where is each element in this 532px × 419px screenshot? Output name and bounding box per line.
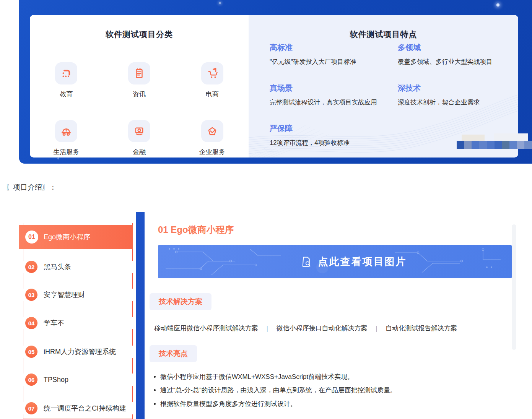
item-number-badge: 06 bbox=[25, 374, 37, 386]
category-ecommerce: 电商 bbox=[176, 42, 249, 100]
solution-item: 自动化测试报告解决方案 bbox=[386, 325, 457, 332]
sidebar-item-ego-miniprogram[interactable]: 01 Ego微商小程序 bbox=[19, 225, 133, 249]
money-icon bbox=[128, 120, 150, 142]
page: 软件测试项目分类 bbox=[0, 0, 532, 419]
item-number-badge: 03 bbox=[25, 289, 37, 301]
category-news: 资讯 bbox=[103, 42, 176, 100]
solution-item: 移动端应用微信小程序测试解决方案 bbox=[154, 325, 258, 332]
solution-list: 移动端应用微信小程序测试解决方案｜微信小程序接口自动化解决方案｜自动化测试报告解… bbox=[154, 324, 457, 333]
item-number-badge: 05 bbox=[25, 346, 37, 358]
cart-icon bbox=[201, 62, 223, 84]
doc-search-icon bbox=[300, 255, 313, 268]
feature-heading: 真场景 bbox=[270, 83, 398, 93]
item-number-badge: 01 bbox=[25, 231, 38, 244]
feature-desc: 12项评审流程，4项验收标准 bbox=[270, 139, 398, 147]
classification-card: 软件测试项目分类 bbox=[30, 15, 249, 158]
sidebar-item-label: iHRM人力资源管理系统 bbox=[44, 347, 116, 356]
sidebar-item-label: 统一调度平台之CI持续构建 bbox=[44, 404, 126, 413]
category-label: 生活服务 bbox=[53, 148, 79, 156]
feature-desc: 完整测试流程设计，真实项目实战应用 bbox=[270, 98, 398, 107]
sidebar-item-label: Ego微商小程序 bbox=[44, 232, 90, 242]
blue-divider-bar bbox=[136, 212, 145, 419]
sidebar-item-heima-toutiao[interactable]: 02 黑马头条 bbox=[23, 261, 133, 273]
hero-cards: 软件测试项目分类 bbox=[30, 15, 518, 158]
sidebar-item-tpshop[interactable]: 06 TPShop bbox=[23, 374, 133, 386]
view-project-images-button[interactable]: 点此查看项目图片 bbox=[158, 245, 512, 278]
scrollbar-thumb[interactable] bbox=[512, 224, 516, 350]
handshake-icon bbox=[201, 120, 223, 142]
item-number-badge: 04 bbox=[25, 317, 37, 329]
category-label: 教育 bbox=[60, 90, 73, 99]
category-finance: 金融 bbox=[103, 100, 176, 158]
highlight-item: 根据软件质量模型多角度多方位进行测试设计。 bbox=[160, 400, 397, 408]
highlight-list: 微信小程序应用基于微信WXML+WXSS+JavaScript前端技术实现。 通… bbox=[153, 373, 397, 413]
sidebar-item-ihrm[interactable]: 05 iHRM人力资源管理系统 bbox=[23, 346, 133, 358]
education-icon bbox=[55, 62, 77, 84]
feature-desc: "亿元级"研发投入大厂项目标准 bbox=[270, 58, 398, 66]
classification-title: 软件测试项目分类 bbox=[30, 15, 249, 40]
feature-item: 多领域 覆盖多领域、多行业大型实战项目 bbox=[398, 42, 503, 66]
features-grid: 高标准 "亿元级"研发投入大厂项目标准 多领域 覆盖多领域、多行业大型实战项目 … bbox=[270, 42, 503, 147]
sidebar-item-label: TPShop bbox=[44, 376, 68, 384]
item-number-badge: 02 bbox=[25, 261, 37, 273]
sidebar-item-anxiang-licai[interactable]: 03 安享智慧理财 bbox=[23, 289, 133, 301]
features-title: 软件测试项目特点 bbox=[249, 15, 518, 40]
feature-item: 深技术 深度技术剖析，契合企业需求 bbox=[398, 83, 503, 107]
mosaic-watermark bbox=[462, 135, 485, 141]
mosaic-watermark bbox=[494, 133, 528, 141]
feature-heading: 多领域 bbox=[398, 42, 503, 53]
sidebar-item-label: 学车不 bbox=[44, 318, 64, 328]
feature-heading: 严保障 bbox=[270, 123, 398, 134]
highlight-section-chip: 技术亮点 bbox=[150, 345, 197, 362]
sparkle-dot-icon bbox=[219, 2, 221, 4]
sidebar-item-label: 安享智慧理财 bbox=[44, 290, 85, 299]
feature-item: 严保障 12项评审流程，4项验收标准 bbox=[270, 123, 398, 147]
category-label: 资讯 bbox=[133, 90, 146, 99]
sidebar-item-ci-platform[interactable]: 07 统一调度平台之CI持续构建 bbox=[23, 402, 133, 414]
category-life-services: 生活服务 bbox=[30, 100, 103, 158]
category-enterprise-services: 企业服务 bbox=[176, 100, 249, 158]
project-detail-title: 01 Ego微商小程序 bbox=[158, 224, 234, 236]
hero-banner: 软件测试项目分类 bbox=[19, 0, 532, 164]
separator: ｜ bbox=[374, 325, 380, 331]
highlight-item: 通过“总-分-总”的设计思路，由浅入深，由单点到系统，在产品层面把控测试质量。 bbox=[160, 386, 397, 394]
feature-desc: 深度技术剖析，契合企业需求 bbox=[398, 98, 503, 107]
category-label: 企业服务 bbox=[199, 148, 225, 156]
separator: ｜ bbox=[264, 325, 270, 331]
category-education: 教育 bbox=[30, 42, 103, 100]
category-grid: 教育 资讯 bbox=[30, 42, 249, 158]
sparkle-dot-icon bbox=[496, 3, 499, 6]
item-number-badge: 07 bbox=[25, 402, 37, 414]
news-icon bbox=[128, 62, 150, 84]
solution-item: 微信小程序接口自动化解决方案 bbox=[277, 325, 368, 332]
feature-heading: 高标准 bbox=[270, 42, 398, 53]
car-icon bbox=[55, 120, 77, 142]
category-label: 金融 bbox=[133, 148, 146, 156]
sidebar-item-label: 黑马头条 bbox=[44, 262, 71, 271]
feature-desc: 覆盖多领域、多行业大型实战项目 bbox=[398, 58, 503, 66]
feature-heading: 深技术 bbox=[398, 83, 503, 93]
banner-content: 点此查看项目图片 bbox=[300, 255, 407, 268]
category-label: 电商 bbox=[206, 90, 219, 99]
banner-label: 点此查看项目图片 bbox=[318, 255, 407, 268]
sidebar-item-xuechebu[interactable]: 04 学车不 bbox=[23, 317, 133, 329]
sparkle-dot-icon bbox=[57, 158, 59, 159]
highlight-item: 微信小程序应用基于微信WXML+WXSS+JavaScript前端技术实现。 bbox=[160, 373, 397, 381]
mosaic-watermark bbox=[457, 141, 532, 149]
feature-item: 真场景 完整测试流程设计，真实项目实战应用 bbox=[270, 83, 398, 107]
solution-section-chip: 技术解决方案 bbox=[150, 293, 211, 310]
feature-item: 高标准 "亿元级"研发投入大厂项目标准 bbox=[270, 42, 398, 66]
section-intro-label: 〖项目介绍〗： bbox=[6, 182, 57, 192]
